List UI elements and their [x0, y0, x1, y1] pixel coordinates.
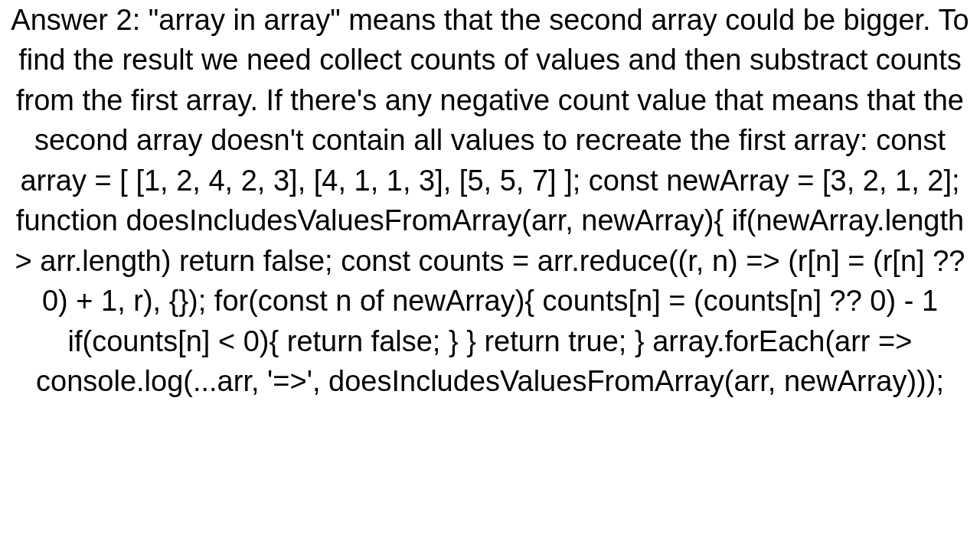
- document-text: Answer 2: "array in array" means that th…: [0, 0, 980, 401]
